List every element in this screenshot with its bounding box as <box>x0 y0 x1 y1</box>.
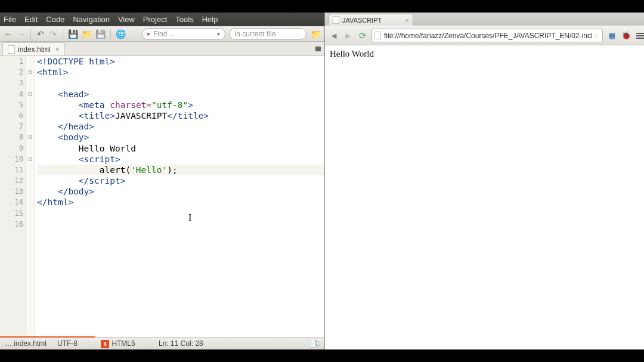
find-scope-input[interactable]: In current file <box>229 28 306 40</box>
forward-icon[interactable]: → <box>16 29 25 39</box>
code-line[interactable]: </body> <box>37 186 324 197</box>
ide-window: FileEditCodeNavigationViewProjectToolsHe… <box>0 13 325 349</box>
panel-toggle-icon[interactable]: ▀ <box>315 47 321 55</box>
code-line[interactable]: <!DOCTYPE html> <box>37 56 324 67</box>
save-all-icon[interactable]: 💾 <box>95 29 106 39</box>
status-encoding[interactable]: UTF-8 <box>57 339 78 348</box>
code-line[interactable]: <body> <box>37 132 324 143</box>
browser-tab-title: JAVASCRIPT <box>342 17 382 24</box>
page-content: Hello World <box>330 49 374 58</box>
document-icon <box>333 16 339 24</box>
menu-code[interactable]: Code <box>46 15 64 24</box>
back-icon[interactable]: ← <box>4 29 13 39</box>
folder-icon[interactable]: 📁 <box>310 29 321 39</box>
line-number-gutter: 12345678910111213141516 <box>0 56 26 337</box>
close-icon[interactable]: × <box>55 45 60 54</box>
toolbar: ← → ↶ ↷ 💾 📁 💾 🌐 ▸ Find … ▾ In current fi… <box>0 26 324 42</box>
text-cursor-icon: I <box>188 212 191 223</box>
code-line[interactable]: </head> <box>37 121 324 132</box>
scope-placeholder: In current file <box>234 30 275 38</box>
code-line[interactable]: <head> <box>37 89 324 100</box>
tab-label: index.html <box>18 45 51 54</box>
redo-icon[interactable]: ↷ <box>48 29 57 39</box>
code-line[interactable]: </script> <box>37 175 324 186</box>
code-line[interactable]: Hello World <box>37 143 324 154</box>
status-doctype[interactable]: 5HTML5 <box>101 339 135 348</box>
browser-tabstrip: JAVASCRIPT × <box>325 13 644 26</box>
browser-window: JAVASCRIPT × ◄ ► ⟳ file:///home/fariazz/… <box>325 13 644 349</box>
menu-edit[interactable]: Edit <box>24 15 38 24</box>
code-line[interactable]: <meta charset="utf-8"> <box>37 100 324 110</box>
status-cursor-position: Ln: 11 Col: 28 <box>159 339 203 348</box>
menubar: FileEditCodeNavigationViewProjectToolsHe… <box>0 13 324 26</box>
editor-tabbar: index.html × ▀ <box>0 42 324 56</box>
code-area[interactable]: I <!DOCTYPE html><html> <head> <meta cha… <box>35 56 324 337</box>
browser-viewport: Hello World <box>325 45 644 349</box>
dropdown-icon[interactable]: ▾ <box>217 30 220 37</box>
code-line[interactable] <box>37 219 324 230</box>
close-icon[interactable]: × <box>405 17 409 24</box>
code-line[interactable]: alert('Hello'); <box>37 165 324 175</box>
browser-tab[interactable]: JAVASCRIPT × <box>329 14 413 26</box>
code-line[interactable]: <title>JAVASCRIPT</title> <box>37 110 324 121</box>
reload-icon[interactable]: ⟳ <box>357 30 368 41</box>
menu-help[interactable]: Help <box>202 15 218 24</box>
status-accent <box>0 336 95 338</box>
firebug-icon[interactable]: 🐞 <box>621 30 631 41</box>
browser-forward-icon[interactable]: ► <box>343 30 354 41</box>
menu-tools[interactable]: Tools <box>175 15 193 24</box>
code-line[interactable] <box>37 208 324 219</box>
bookmark-star-icon[interactable]: ☆ <box>593 31 600 40</box>
browser-toolbar: ◄ ► ⟳ file:///home/fariazz/Zenva/Courses… <box>325 26 644 45</box>
extension-icon[interactable]: ▦ <box>606 30 617 41</box>
save-icon[interactable]: 💾 <box>68 29 78 39</box>
find-placeholder: Find … <box>153 30 177 38</box>
statusbar: … index.html UTF-8 : 5HTML5 : Ln: 11 Col… <box>0 337 324 349</box>
find-direction-icon: ▸ <box>147 30 151 38</box>
browser-preview-icon[interactable]: 🌐 <box>116 29 126 39</box>
code-line[interactable]: <script> <box>37 154 324 165</box>
undo-icon[interactable]: ↶ <box>36 29 45 39</box>
menu-file[interactable]: File <box>4 15 16 24</box>
menu-navigation[interactable]: Navigation <box>73 15 109 24</box>
document-icon <box>8 45 15 54</box>
find-input[interactable]: ▸ Find … ▾ <box>142 28 225 40</box>
status-filepath: … index.html <box>5 339 47 348</box>
code-line[interactable] <box>37 78 324 88</box>
code-editor[interactable]: 12345678910111213141516 ⊟⊟⊟⊟ I <!DOCTYPE… <box>0 56 324 337</box>
fold-column[interactable]: ⊟⊟⊟⊟ <box>26 56 35 337</box>
status-tools-icon[interactable]: 📑: <box>309 339 320 348</box>
tab-index-html[interactable]: index.html × <box>2 42 65 55</box>
browser-back-icon[interactable]: ◄ <box>329 30 339 41</box>
code-line[interactable]: </html> <box>37 197 324 208</box>
menu-view[interactable]: View <box>118 15 135 24</box>
code-line[interactable]: <html> <box>37 67 324 78</box>
open-icon[interactable]: 📁 <box>82 29 92 39</box>
document-icon <box>374 32 381 39</box>
menu-icon[interactable] <box>635 30 644 41</box>
menu-project[interactable]: Project <box>143 15 167 24</box>
url-bar[interactable]: file:///home/fariazz/Zenva/Courses/PFE_J… <box>371 29 603 42</box>
url-text: file:///home/fariazz/Zenva/Courses/PFE_J… <box>384 32 593 40</box>
